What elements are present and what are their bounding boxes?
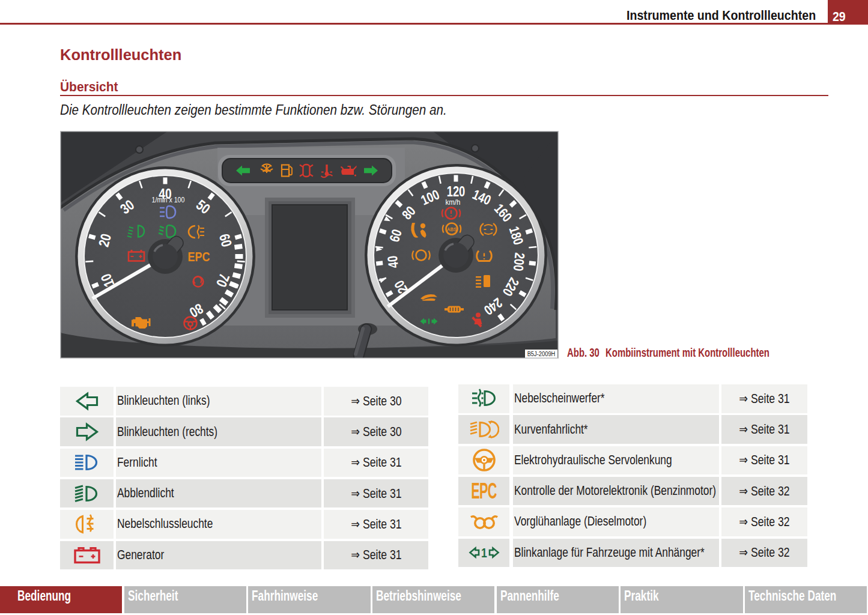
svg-text:B5J-2009H: B5J-2009H xyxy=(527,350,556,357)
svg-text:40: 40 xyxy=(384,255,401,269)
svg-text:EPC: EPC xyxy=(187,249,210,264)
svg-text:1: 1 xyxy=(481,545,487,560)
svg-text:ABS: ABS xyxy=(447,226,457,232)
svg-text:km/h: km/h xyxy=(446,198,461,207)
svg-text:120: 120 xyxy=(447,184,466,199)
svg-text:1/min x 100: 1/min x 100 xyxy=(152,195,185,204)
svg-text:200: 200 xyxy=(511,252,527,272)
